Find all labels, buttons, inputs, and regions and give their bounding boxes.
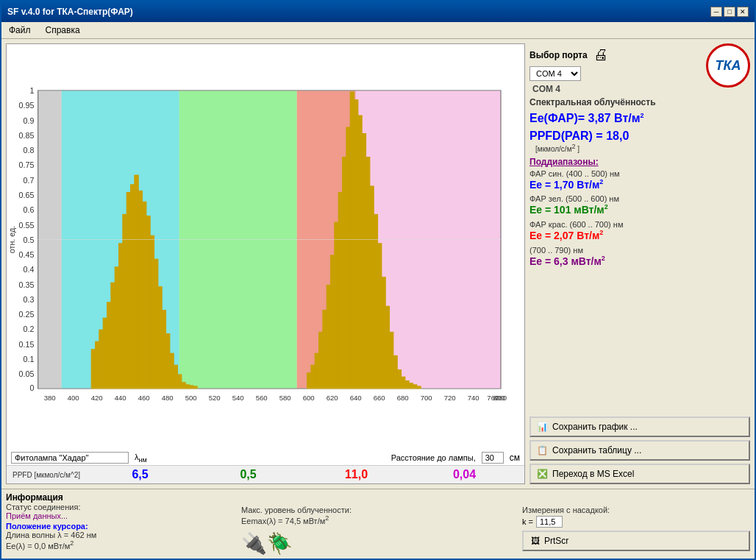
k-label: k = bbox=[522, 517, 533, 526]
svg-rect-67 bbox=[158, 287, 162, 389]
svg-text:0.65: 0.65 bbox=[19, 191, 35, 199]
svg-rect-74 bbox=[185, 385, 189, 389]
svg-rect-104 bbox=[413, 385, 417, 389]
svg-text:800: 800 bbox=[493, 394, 505, 402]
status-label: Статус соединения: bbox=[6, 503, 234, 511]
svg-rect-105 bbox=[417, 386, 421, 389]
svg-rect-86 bbox=[343, 157, 346, 389]
ppfd-par-value: PPFD(PAR) = 18,0 bbox=[529, 130, 629, 143]
port-label: Выбор порта bbox=[529, 50, 588, 60]
svg-rect-58 bbox=[123, 214, 126, 389]
svg-rect-90 bbox=[358, 116, 362, 389]
com-status-label: COM 4 bbox=[532, 84, 560, 94]
svg-rect-55 bbox=[111, 283, 115, 389]
svg-rect-89 bbox=[354, 100, 358, 389]
max-value: Eemax(λ) = 74,5 мВт/м2 bbox=[241, 514, 515, 525]
svg-rect-92 bbox=[366, 157, 370, 389]
measurements-label: Измерения с насадкой: bbox=[522, 506, 750, 514]
svg-text:640: 640 bbox=[350, 394, 362, 402]
prtscr-icon: 🖼 bbox=[531, 536, 540, 546]
minimize-button[interactable]: ─ bbox=[710, 7, 722, 17]
lamp-label-row: λнм Расстояние до лампы, см bbox=[7, 450, 524, 465]
distance-input[interactable] bbox=[482, 452, 504, 464]
svg-text:740: 740 bbox=[468, 394, 479, 402]
svg-rect-88 bbox=[350, 92, 354, 389]
svg-rect-72 bbox=[178, 375, 182, 389]
info-right-col: Измерения с насадкой: k = 🖼 PrtScr bbox=[522, 492, 750, 556]
ppfd-unit: [мкмол/с/м2 ] bbox=[535, 143, 750, 153]
svg-rect-59 bbox=[126, 193, 130, 389]
svg-text:480: 480 bbox=[162, 394, 174, 402]
svg-rect-82 bbox=[327, 285, 330, 389]
save-table-icon: 📋 bbox=[537, 445, 548, 456]
svg-text:680: 680 bbox=[397, 394, 409, 402]
spectral-title: Спектральная облучённость bbox=[529, 97, 750, 107]
svg-text:0: 0 bbox=[29, 383, 34, 392]
menu-help[interactable]: Справка bbox=[41, 24, 85, 37]
svg-rect-81 bbox=[323, 311, 327, 389]
action-buttons: 📊 Сохранить график ... 📋 Сохранить табли… bbox=[529, 417, 750, 484]
svg-text:0.9: 0.9 bbox=[24, 116, 35, 125]
lamp-name-input[interactable] bbox=[11, 452, 129, 464]
svg-rect-52 bbox=[99, 330, 103, 389]
spectral-section: Спектральная облучённость Ее(ФАР)= 3,87 … bbox=[529, 97, 750, 414]
tka-logo: ТКА bbox=[706, 43, 750, 88]
svg-text:0.05: 0.05 bbox=[19, 369, 35, 378]
main-content: 1 0.95 0.9 0.85 0.8 0.75 0.7 0.65 0.6 0.… bbox=[1, 39, 755, 489]
maximize-button[interactable]: □ bbox=[724, 7, 735, 17]
menubar: Файл Справка bbox=[1, 22, 755, 39]
k-row: k = bbox=[522, 516, 750, 528]
svg-text:0.7: 0.7 bbox=[24, 176, 35, 185]
svg-rect-98 bbox=[390, 332, 393, 389]
port-row: Выбор порта 🖨 bbox=[529, 43, 700, 66]
k-input[interactable] bbox=[536, 516, 563, 528]
range2-label: ФАР зел. (500 .. 600) нм bbox=[529, 194, 750, 203]
svg-rect-91 bbox=[362, 134, 365, 389]
svg-rect-103 bbox=[409, 383, 413, 389]
excel-button[interactable]: ❎ Переход в MS Excel bbox=[529, 464, 750, 484]
subranges-title: Поддиапазоны: bbox=[529, 157, 750, 167]
range2-ee: Ее = 101 мВт/м2 bbox=[529, 203, 750, 216]
range3-label: ФАР крас. (600 .. 700) нм bbox=[529, 220, 750, 229]
save-chart-icon: 📊 bbox=[537, 422, 548, 432]
svg-rect-50 bbox=[91, 350, 95, 389]
prtscr-button[interactable]: 🖼 PrtScr bbox=[522, 531, 750, 551]
svg-rect-57 bbox=[119, 244, 123, 389]
bottom-grid: Информация Статус соединения: Приём данн… bbox=[6, 492, 750, 556]
svg-text:0.5: 0.5 bbox=[24, 235, 35, 244]
svg-text:0.35: 0.35 bbox=[19, 280, 35, 289]
range4-label: (700 .. 790) нм bbox=[529, 246, 750, 255]
svg-text:0.8: 0.8 bbox=[24, 146, 35, 155]
svg-rect-87 bbox=[346, 127, 350, 389]
close-button[interactable]: ✕ bbox=[737, 7, 749, 17]
wavelength-info: Длина волны λ = 462 нм bbox=[6, 531, 234, 539]
printer-icon[interactable]: 🖨 bbox=[593, 46, 608, 63]
svg-rect-75 bbox=[190, 386, 193, 389]
port-select[interactable]: COM 1 COM 2 COM 3 COM 4 bbox=[529, 66, 581, 81]
svg-text:500: 500 bbox=[185, 394, 197, 402]
menu-file[interactable]: Файл bbox=[4, 24, 35, 37]
svg-rect-84 bbox=[335, 222, 338, 389]
window-title: SF v.4.0 for ТКА-Спектр(ФАР) bbox=[7, 7, 133, 17]
svg-rect-100 bbox=[397, 370, 401, 389]
distance-unit: см bbox=[510, 453, 520, 463]
svg-rect-56 bbox=[115, 267, 118, 389]
svg-text:0.85: 0.85 bbox=[19, 131, 35, 140]
svg-rect-60 bbox=[131, 185, 135, 389]
svg-rect-93 bbox=[370, 186, 374, 389]
svg-text:0.75: 0.75 bbox=[19, 160, 35, 169]
main-window: SF v.4.0 for ТКА-Спектр(ФАР) ─ □ ✕ Файл … bbox=[0, 0, 756, 560]
svg-text:580: 580 bbox=[279, 394, 291, 402]
info-left-col: Информация Статус соединения: Приём данн… bbox=[6, 492, 234, 556]
svg-rect-83 bbox=[331, 255, 335, 389]
svg-text:1: 1 bbox=[29, 86, 34, 95]
svg-rect-69 bbox=[166, 334, 170, 389]
ppfd-axis-label: PPFD [мкмол/с/м^2] bbox=[13, 471, 80, 479]
save-chart-button[interactable]: 📊 Сохранить график ... bbox=[529, 417, 750, 437]
svg-text:660: 660 bbox=[374, 394, 385, 402]
svg-text:0.25: 0.25 bbox=[19, 310, 35, 319]
svg-text:0.4: 0.4 bbox=[24, 265, 35, 274]
save-table-button[interactable]: 📋 Сохранить таблицу ... bbox=[529, 440, 750, 461]
excel-label: Переход в MS Excel bbox=[552, 469, 634, 479]
svg-rect-73 bbox=[182, 383, 185, 389]
